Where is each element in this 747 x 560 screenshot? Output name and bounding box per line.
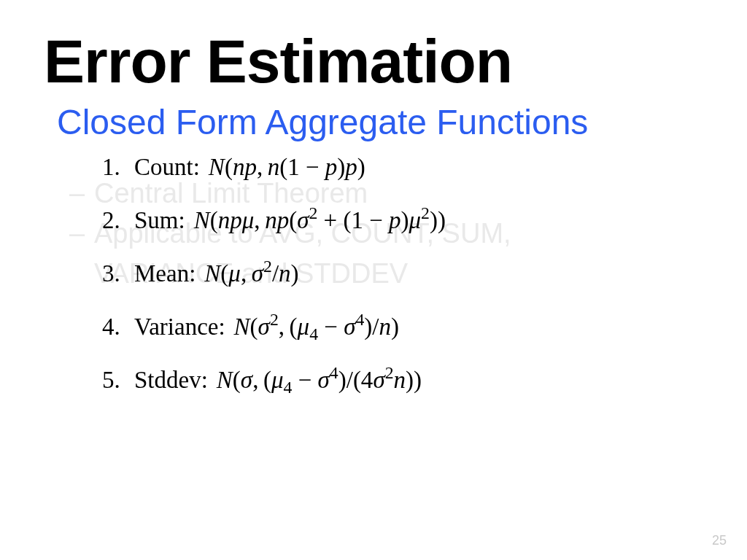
formula-expr: N(np, n(1 − p)p) <box>209 155 365 179</box>
bullet-dash-icon: – <box>69 174 94 214</box>
slide: Error Estimation Closed Form Aggregate F… <box>0 0 747 560</box>
formula-number: 4. <box>102 315 134 339</box>
formula-expr: N(σ, (μ4 − σ4)/(4σ2n)) <box>217 368 422 392</box>
formula-label: Count: <box>134 155 200 179</box>
list-item: 1. Count: N(np, n(1 − p)p) <box>102 155 703 179</box>
list-item: 5. Stddev: N(σ, (μ4 − σ4)/(4σ2n)) <box>102 368 703 392</box>
formula-number: 3. <box>102 262 134 286</box>
formula-label: Stddev: <box>134 368 208 392</box>
formula-label: Variance: <box>134 315 225 339</box>
formula-number: 5. <box>102 368 134 392</box>
formula-number: 2. <box>102 209 134 233</box>
formula-expr: N(npμ, np(σ2 + (1 − p)μ2)) <box>194 209 446 233</box>
list-item: 3. Mean: N(μ, σ2/n) <box>102 262 703 286</box>
slide-subtitle: Closed Form Aggregate Functions <box>57 104 703 142</box>
formula-expr: N(σ2, (μ4 − σ4)/n) <box>234 315 399 339</box>
list-item: 4. Variance: N(σ2, (μ4 − σ4)/n) <box>102 315 703 339</box>
bullet-dash-icon: – <box>69 214 94 254</box>
formula-list: 1. Count: N(np, n(1 − p)p) 2. Sum: N(npμ… <box>102 155 703 392</box>
formula-expr: N(μ, σ2/n) <box>204 262 298 286</box>
list-item: 2. Sum: N(npμ, np(σ2 + (1 − p)μ2)) <box>102 209 703 233</box>
formula-label: Mean: <box>134 262 196 286</box>
page-number: 25 <box>712 533 727 548</box>
slide-title: Error Estimation <box>44 29 703 93</box>
formula-label: Sum: <box>134 209 185 233</box>
formula-number: 1. <box>102 155 134 179</box>
